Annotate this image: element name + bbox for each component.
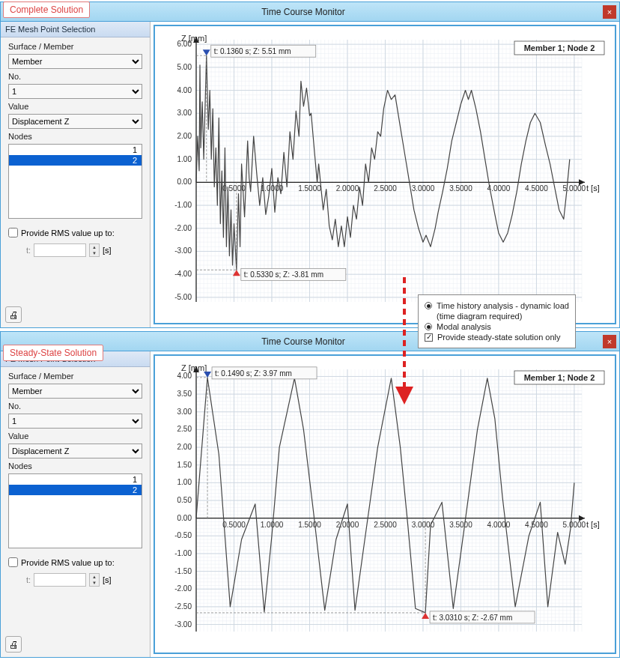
printer-icon: 🖨: [9, 309, 19, 321]
node-item-selected[interactable]: 2: [9, 485, 142, 495]
window-steady: Time Course Monitor × FE Mesh Point Sele…: [0, 331, 620, 658]
svg-text:3.00: 3.00: [177, 408, 192, 416]
svg-text:1.00: 1.00: [177, 478, 192, 486]
window-title: Time Course Monitor: [4, 7, 603, 17]
svg-text:2.50: 2.50: [177, 425, 192, 433]
sidebar-section-title: FE Mesh Point Selection: [1, 22, 150, 37]
label-opt1-sub: (time diagram required): [437, 312, 522, 321]
svg-text:-2.50: -2.50: [174, 602, 192, 611]
svg-text:Z [mm]: Z [mm]: [181, 34, 207, 43]
svg-text:1.5000: 1.5000: [298, 184, 321, 193]
svg-text:4.00: 4.00: [177, 372, 192, 380]
svg-text:0.50: 0.50: [177, 496, 192, 504]
svg-text:Member 1; Node 2: Member 1; Node 2: [524, 43, 595, 52]
label-rms: Provide RMS value up to:: [21, 228, 115, 237]
svg-text:4.00: 4.00: [177, 86, 192, 94]
label-t-unit: [s]: [103, 575, 112, 584]
node-listbox[interactable]: 1 2: [8, 144, 142, 219]
svg-text:-0.50: -0.50: [174, 531, 192, 539]
select-surface-member[interactable]: Member: [8, 54, 142, 69]
svg-text:4.5000: 4.5000: [525, 521, 548, 529]
label-opt3: Provide steady-state solution only: [437, 333, 560, 342]
select-surface-member[interactable]: Member: [8, 384, 142, 399]
svg-text:-1.00: -1.00: [174, 201, 192, 209]
select-no[interactable]: 1: [8, 414, 142, 429]
spinner-t[interactable]: ▲▼: [89, 243, 100, 257]
svg-text:-3.00: -3.00: [174, 246, 192, 255]
svg-text:4.5000: 4.5000: [525, 184, 548, 193]
svg-text:-5.00: -5.00: [174, 293, 192, 301]
svg-text:t: 0.5330 s; Z: -3.81 mm: t: 0.5330 s; Z: -3.81 mm: [244, 270, 323, 279]
spinner-t[interactable]: ▲▼: [89, 573, 100, 587]
svg-text:3.00: 3.00: [177, 109, 192, 117]
svg-text:5.00: 5.00: [177, 63, 192, 71]
svg-text:-1.50: -1.50: [174, 567, 192, 575]
checkbox-rms[interactable]: [8, 228, 18, 237]
node-item[interactable]: 1: [9, 474, 142, 485]
input-t[interactable]: [34, 243, 86, 257]
svg-text:-4.00: -4.00: [174, 270, 192, 278]
close-button[interactable]: ×: [603, 5, 616, 19]
sidebar: FE Mesh Point Selection Surface / Member…: [1, 351, 151, 657]
svg-text:1.50: 1.50: [177, 461, 192, 469]
svg-text:3.0000: 3.0000: [412, 184, 435, 193]
chart-steady: 0.50001.00001.50002.00002.50003.00003.50…: [154, 354, 616, 654]
svg-text:2.0000: 2.0000: [336, 184, 359, 193]
select-no[interactable]: 1: [8, 84, 142, 99]
checkbox-rms[interactable]: [8, 557, 18, 567]
label-opt1: Time history analysis - dynamic load: [437, 301, 569, 310]
svg-text:0.5000: 0.5000: [222, 521, 246, 529]
select-value[interactable]: Displacement Z: [8, 444, 142, 458]
heading-complete: Complete Solution: [3, 1, 90, 18]
node-item[interactable]: 1: [9, 145, 142, 155]
svg-text:t: 0.1360 s; Z: 5.51 mm: t: 0.1360 s; Z: 5.51 mm: [214, 47, 291, 55]
svg-text:0.00: 0.00: [177, 514, 192, 522]
label-nodes: Nodes: [8, 132, 142, 141]
svg-text:-2.00: -2.00: [174, 584, 192, 593]
label-nodes: Nodes: [8, 461, 142, 470]
label-t: t:: [8, 575, 31, 584]
node-listbox[interactable]: 1 2: [8, 473, 142, 548]
svg-text:2.00: 2.00: [177, 443, 192, 451]
svg-text:-2.00: -2.00: [174, 224, 192, 232]
svg-text:0.00: 0.00: [177, 178, 192, 186]
label-opt2: Modal analysis: [437, 322, 491, 331]
svg-text:3.50: 3.50: [177, 390, 192, 398]
heading-steady: Steady-State Solution: [3, 345, 103, 361]
svg-text:2.00: 2.00: [177, 132, 192, 140]
window-complete: Time Course Monitor × FE Mesh Point Sele…: [0, 1, 620, 328]
svg-text:1.00: 1.00: [177, 155, 192, 163]
svg-text:1.0000: 1.0000: [261, 521, 284, 529]
analysis-options-box: Time history analysis - dynamic load (ti…: [418, 294, 576, 348]
svg-text:5.0000: 5.0000: [563, 521, 586, 529]
radio-modal[interactable]: [425, 323, 432, 330]
label-surface-member: Surface / Member: [8, 42, 142, 51]
svg-text:t: 3.0310 s; Z: -2.67 mm: t: 3.0310 s; Z: -2.67 mm: [433, 614, 512, 622]
svg-text:Z [mm]: Z [mm]: [181, 363, 207, 372]
label-no: No.: [8, 72, 142, 81]
label-t-unit: [s]: [103, 246, 112, 255]
select-value[interactable]: Displacement Z: [8, 114, 142, 129]
checkbox-steady[interactable]: ✓: [425, 333, 433, 342]
chart-complete: 0.50001.00001.50002.00002.50003.00003.50…: [154, 25, 616, 324]
svg-text:-1.00: -1.00: [174, 549, 192, 557]
node-item-selected[interactable]: 2: [9, 155, 142, 166]
svg-text:1.5000: 1.5000: [298, 521, 321, 529]
svg-text:t: 0.1490 s; Z: 3.97 mm: t: 0.1490 s; Z: 3.97 mm: [215, 369, 292, 378]
svg-text:2.5000: 2.5000: [374, 521, 397, 529]
titlebar: Time Course Monitor ×: [1, 2, 619, 22]
sidebar: FE Mesh Point Selection Surface / Member…: [1, 22, 151, 327]
input-t[interactable]: [34, 573, 86, 587]
print-button[interactable]: 🖨: [5, 636, 22, 653]
label-surface-member: Surface / Member: [8, 372, 142, 381]
print-button[interactable]: 🖨: [5, 306, 22, 323]
close-button[interactable]: ×: [603, 335, 616, 348]
svg-text:3.5000: 3.5000: [449, 184, 472, 193]
svg-text:t [s]: t [s]: [586, 520, 600, 529]
label-t: t:: [8, 246, 31, 255]
radio-time-history[interactable]: [425, 302, 432, 309]
svg-text:-3.00: -3.00: [174, 620, 192, 629]
label-no: No.: [8, 402, 142, 411]
printer-icon: 🖨: [9, 639, 19, 650]
label-rms: Provide RMS value up to:: [21, 558, 115, 567]
